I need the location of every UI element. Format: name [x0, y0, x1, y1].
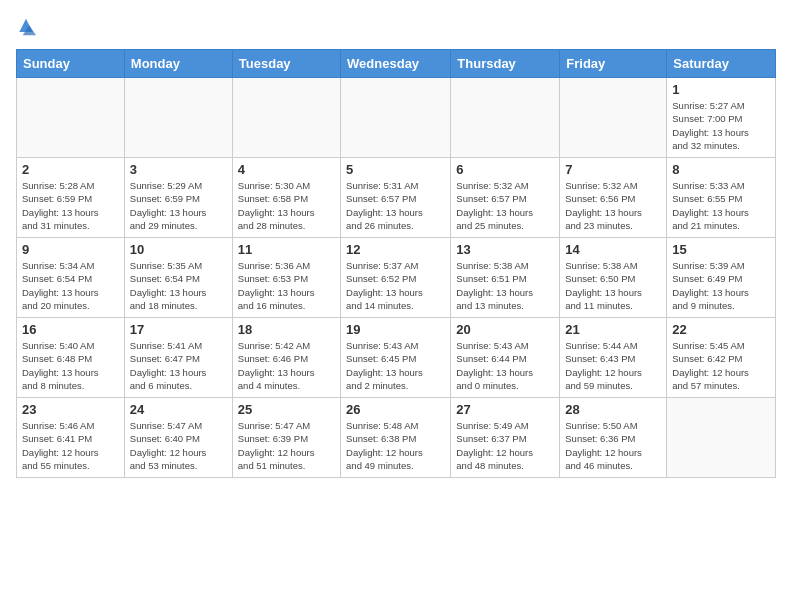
day-cell: 4Sunrise: 5:30 AM Sunset: 6:58 PM Daylig…	[232, 158, 340, 238]
day-number: 25	[238, 402, 335, 417]
day-number: 24	[130, 402, 227, 417]
day-info: Sunrise: 5:39 AM Sunset: 6:49 PM Dayligh…	[672, 259, 770, 312]
day-info: Sunrise: 5:33 AM Sunset: 6:55 PM Dayligh…	[672, 179, 770, 232]
day-number: 10	[130, 242, 227, 257]
day-info: Sunrise: 5:38 AM Sunset: 6:50 PM Dayligh…	[565, 259, 661, 312]
day-cell: 7Sunrise: 5:32 AM Sunset: 6:56 PM Daylig…	[560, 158, 667, 238]
week-row-5: 23Sunrise: 5:46 AM Sunset: 6:41 PM Dayli…	[17, 398, 776, 478]
weekday-header-thursday: Thursday	[451, 50, 560, 78]
weekday-header-monday: Monday	[124, 50, 232, 78]
day-info: Sunrise: 5:44 AM Sunset: 6:43 PM Dayligh…	[565, 339, 661, 392]
day-info: Sunrise: 5:28 AM Sunset: 6:59 PM Dayligh…	[22, 179, 119, 232]
weekday-header-row: SundayMondayTuesdayWednesdayThursdayFrid…	[17, 50, 776, 78]
day-info: Sunrise: 5:48 AM Sunset: 6:38 PM Dayligh…	[346, 419, 445, 472]
day-cell: 12Sunrise: 5:37 AM Sunset: 6:52 PM Dayli…	[341, 238, 451, 318]
weekday-header-tuesday: Tuesday	[232, 50, 340, 78]
day-cell: 26Sunrise: 5:48 AM Sunset: 6:38 PM Dayli…	[341, 398, 451, 478]
day-info: Sunrise: 5:45 AM Sunset: 6:42 PM Dayligh…	[672, 339, 770, 392]
day-info: Sunrise: 5:43 AM Sunset: 6:44 PM Dayligh…	[456, 339, 554, 392]
day-number: 22	[672, 322, 770, 337]
day-number: 6	[456, 162, 554, 177]
day-info: Sunrise: 5:38 AM Sunset: 6:51 PM Dayligh…	[456, 259, 554, 312]
day-cell	[667, 398, 776, 478]
day-cell: 24Sunrise: 5:47 AM Sunset: 6:40 PM Dayli…	[124, 398, 232, 478]
day-number: 20	[456, 322, 554, 337]
day-number: 28	[565, 402, 661, 417]
week-row-4: 16Sunrise: 5:40 AM Sunset: 6:48 PM Dayli…	[17, 318, 776, 398]
day-cell: 27Sunrise: 5:49 AM Sunset: 6:37 PM Dayli…	[451, 398, 560, 478]
day-cell: 25Sunrise: 5:47 AM Sunset: 6:39 PM Dayli…	[232, 398, 340, 478]
day-cell: 3Sunrise: 5:29 AM Sunset: 6:59 PM Daylig…	[124, 158, 232, 238]
day-cell: 6Sunrise: 5:32 AM Sunset: 6:57 PM Daylig…	[451, 158, 560, 238]
day-info: Sunrise: 5:47 AM Sunset: 6:39 PM Dayligh…	[238, 419, 335, 472]
logo-icon	[16, 17, 36, 37]
day-info: Sunrise: 5:42 AM Sunset: 6:46 PM Dayligh…	[238, 339, 335, 392]
day-info: Sunrise: 5:41 AM Sunset: 6:47 PM Dayligh…	[130, 339, 227, 392]
logo	[16, 16, 40, 37]
day-cell: 28Sunrise: 5:50 AM Sunset: 6:36 PM Dayli…	[560, 398, 667, 478]
day-cell: 13Sunrise: 5:38 AM Sunset: 6:51 PM Dayli…	[451, 238, 560, 318]
weekday-header-friday: Friday	[560, 50, 667, 78]
week-row-1: 1Sunrise: 5:27 AM Sunset: 7:00 PM Daylig…	[17, 78, 776, 158]
day-info: Sunrise: 5:46 AM Sunset: 6:41 PM Dayligh…	[22, 419, 119, 472]
day-cell: 9Sunrise: 5:34 AM Sunset: 6:54 PM Daylig…	[17, 238, 125, 318]
day-number: 23	[22, 402, 119, 417]
day-number: 4	[238, 162, 335, 177]
week-row-3: 9Sunrise: 5:34 AM Sunset: 6:54 PM Daylig…	[17, 238, 776, 318]
day-cell: 8Sunrise: 5:33 AM Sunset: 6:55 PM Daylig…	[667, 158, 776, 238]
day-number: 17	[130, 322, 227, 337]
day-info: Sunrise: 5:30 AM Sunset: 6:58 PM Dayligh…	[238, 179, 335, 232]
day-info: Sunrise: 5:47 AM Sunset: 6:40 PM Dayligh…	[130, 419, 227, 472]
day-info: Sunrise: 5:36 AM Sunset: 6:53 PM Dayligh…	[238, 259, 335, 312]
day-number: 26	[346, 402, 445, 417]
day-number: 8	[672, 162, 770, 177]
day-number: 5	[346, 162, 445, 177]
day-cell: 16Sunrise: 5:40 AM Sunset: 6:48 PM Dayli…	[17, 318, 125, 398]
day-info: Sunrise: 5:29 AM Sunset: 6:59 PM Dayligh…	[130, 179, 227, 232]
day-info: Sunrise: 5:40 AM Sunset: 6:48 PM Dayligh…	[22, 339, 119, 392]
day-number: 13	[456, 242, 554, 257]
day-cell: 10Sunrise: 5:35 AM Sunset: 6:54 PM Dayli…	[124, 238, 232, 318]
day-cell	[341, 78, 451, 158]
day-info: Sunrise: 5:27 AM Sunset: 7:00 PM Dayligh…	[672, 99, 770, 152]
day-number: 15	[672, 242, 770, 257]
day-cell: 21Sunrise: 5:44 AM Sunset: 6:43 PM Dayli…	[560, 318, 667, 398]
day-number: 2	[22, 162, 119, 177]
day-cell	[17, 78, 125, 158]
day-cell: 23Sunrise: 5:46 AM Sunset: 6:41 PM Dayli…	[17, 398, 125, 478]
day-cell	[232, 78, 340, 158]
header	[16, 16, 776, 37]
day-cell: 11Sunrise: 5:36 AM Sunset: 6:53 PM Dayli…	[232, 238, 340, 318]
day-number: 27	[456, 402, 554, 417]
weekday-header-wednesday: Wednesday	[341, 50, 451, 78]
day-cell: 17Sunrise: 5:41 AM Sunset: 6:47 PM Dayli…	[124, 318, 232, 398]
day-cell	[124, 78, 232, 158]
day-info: Sunrise: 5:32 AM Sunset: 6:57 PM Dayligh…	[456, 179, 554, 232]
week-row-2: 2Sunrise: 5:28 AM Sunset: 6:59 PM Daylig…	[17, 158, 776, 238]
day-info: Sunrise: 5:43 AM Sunset: 6:45 PM Dayligh…	[346, 339, 445, 392]
day-cell	[560, 78, 667, 158]
day-number: 18	[238, 322, 335, 337]
weekday-header-sunday: Sunday	[17, 50, 125, 78]
day-cell: 22Sunrise: 5:45 AM Sunset: 6:42 PM Dayli…	[667, 318, 776, 398]
day-info: Sunrise: 5:31 AM Sunset: 6:57 PM Dayligh…	[346, 179, 445, 232]
day-number: 7	[565, 162, 661, 177]
day-cell: 5Sunrise: 5:31 AM Sunset: 6:57 PM Daylig…	[341, 158, 451, 238]
day-cell: 19Sunrise: 5:43 AM Sunset: 6:45 PM Dayli…	[341, 318, 451, 398]
day-info: Sunrise: 5:50 AM Sunset: 6:36 PM Dayligh…	[565, 419, 661, 472]
day-cell: 18Sunrise: 5:42 AM Sunset: 6:46 PM Dayli…	[232, 318, 340, 398]
day-number: 21	[565, 322, 661, 337]
day-number: 3	[130, 162, 227, 177]
day-number: 12	[346, 242, 445, 257]
day-info: Sunrise: 5:34 AM Sunset: 6:54 PM Dayligh…	[22, 259, 119, 312]
day-info: Sunrise: 5:49 AM Sunset: 6:37 PM Dayligh…	[456, 419, 554, 472]
day-cell: 15Sunrise: 5:39 AM Sunset: 6:49 PM Dayli…	[667, 238, 776, 318]
day-number: 14	[565, 242, 661, 257]
day-cell	[451, 78, 560, 158]
day-number: 11	[238, 242, 335, 257]
calendar: SundayMondayTuesdayWednesdayThursdayFrid…	[16, 49, 776, 478]
day-number: 19	[346, 322, 445, 337]
day-cell: 1Sunrise: 5:27 AM Sunset: 7:00 PM Daylig…	[667, 78, 776, 158]
day-info: Sunrise: 5:32 AM Sunset: 6:56 PM Dayligh…	[565, 179, 661, 232]
day-info: Sunrise: 5:37 AM Sunset: 6:52 PM Dayligh…	[346, 259, 445, 312]
